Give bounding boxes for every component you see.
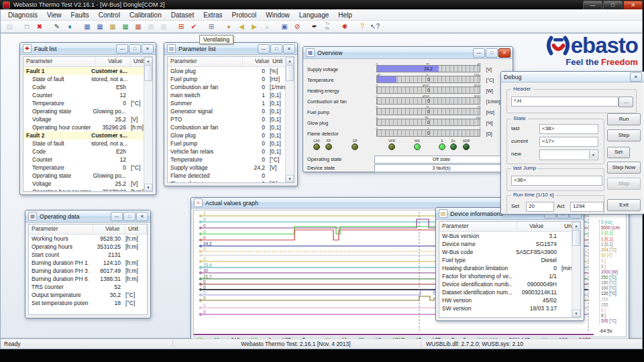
table-row[interactable]: Supply voltage24,2[V] xyxy=(168,164,294,172)
menu-diagnosis[interactable]: Diagnosis xyxy=(3,11,42,19)
column-header-value[interactable]: Value xyxy=(96,57,131,66)
menu-view[interactable]: View xyxy=(42,11,66,19)
table-row[interactable]: State of faultstored, not a... xyxy=(23,75,152,83)
debug-step-button[interactable]: Step xyxy=(607,129,641,141)
table-row[interactable]: Operating stateGlowing po... xyxy=(23,172,152,180)
maximize-button[interactable]: □ xyxy=(603,1,623,10)
menu-language[interactable]: Language xyxy=(294,11,334,19)
table-row[interactable]: W-Bus code5A5CF85A3900 xyxy=(439,248,580,256)
table-row[interactable]: Operating hours35310:25[h:m] xyxy=(29,243,147,251)
table-row[interactable]: Burning duration PH 6...1386:31[h:m] xyxy=(29,275,147,283)
debug-run-button[interactable]: Run xyxy=(607,113,641,125)
minimize-button[interactable]: — xyxy=(473,48,485,58)
column-header-value[interactable]: Value xyxy=(243,57,270,66)
debug-bug-icon[interactable]: ✱ xyxy=(339,21,351,32)
table-row[interactable]: Working hours9528:30[h:m] xyxy=(29,235,147,243)
table-row[interactable]: CodeE5h xyxy=(23,83,152,91)
overview-titlebar[interactable]: ▦ Overview —□✕ xyxy=(303,47,513,59)
fault-list-titlebar[interactable]: ✚ Fault list —□✕ xyxy=(20,43,156,55)
maximize-button[interactable]: □ xyxy=(129,44,141,54)
debug-exit-button[interactable]: Exit xyxy=(607,199,641,211)
dye-icon[interactable]: ♦ xyxy=(64,21,76,32)
cascade-windows-icon[interactable]: ▣ xyxy=(278,21,290,32)
table-row[interactable]: Burning duration PH 1...124:10[h:m] xyxy=(29,259,147,267)
arrow-left-icon[interactable]: ◀ xyxy=(235,21,248,32)
table-row[interactable]: Fuel pump0[Hz] xyxy=(168,75,294,83)
table-row[interactable]: Operating hour counter35278:22[h:m] xyxy=(23,188,152,192)
dataset-table-icon[interactable]: ⊞ xyxy=(205,21,217,32)
scroll-down-icon[interactable]: ▼ xyxy=(572,310,580,317)
close-button[interactable]: ✕ xyxy=(623,1,643,10)
scroll-up-icon[interactable]: ▲ xyxy=(144,57,152,64)
column-header-parameter[interactable]: Parameter xyxy=(168,57,243,66)
close-button[interactable]: ✕ xyxy=(498,48,511,58)
menu-protocol[interactable]: Protocol xyxy=(227,11,262,19)
scroll-down-icon[interactable]: ▼ xyxy=(286,175,294,182)
scroll-up-icon[interactable]: ▲ xyxy=(286,57,294,64)
menu-dataset[interactable]: Dataset xyxy=(166,11,199,19)
menu-help[interactable]: Help xyxy=(333,11,357,19)
scrollbar[interactable]: ▲▼ xyxy=(144,57,152,191)
table-row[interactable]: Vehicle fan relais0[0,1] xyxy=(168,147,294,156)
column-header-parameter[interactable]: Parameter xyxy=(23,57,96,66)
table-row[interactable]: Fuel typeDiesel xyxy=(439,256,580,264)
scroll-up-icon[interactable]: ▲ xyxy=(572,222,580,229)
table-row[interactable]: Flame detector0[Ω] xyxy=(168,180,294,183)
minimize-button[interactable]: — xyxy=(116,44,128,54)
table-row[interactable]: Voltage25,2[V] xyxy=(23,115,152,123)
table-row[interactable]: HW version45/02 xyxy=(439,296,580,304)
pen-icon[interactable]: ✒ xyxy=(309,21,321,32)
add-view-icon[interactable]: ⊞ xyxy=(175,21,187,32)
table-row[interactable]: Flame detected0 xyxy=(168,172,294,180)
debug-step-now-button[interactable]: Step Now xyxy=(607,162,641,174)
table-row[interactable]: Device nameSG1574 xyxy=(439,240,580,248)
debug-stop-button[interactable]: Stop xyxy=(607,178,641,190)
context-help-icon[interactable]: ↖? xyxy=(369,21,381,32)
close-button[interactable]: ✕ xyxy=(136,212,148,221)
table-row[interactable]: Fault 2Customer s... xyxy=(23,131,152,139)
column-header-value[interactable]: Value xyxy=(517,222,561,231)
menu-control[interactable]: Control xyxy=(94,11,125,19)
table-row[interactable]: Output temperature30,2[°C] xyxy=(29,291,147,299)
check-icon[interactable]: ✔ xyxy=(188,21,200,32)
menu-faults[interactable]: Faults xyxy=(66,11,93,19)
table-row[interactable]: CodeE2h xyxy=(23,147,152,156)
combo-dropdown-icon[interactable]: ▼ xyxy=(589,151,597,159)
window-parameter-icon[interactable]: ▦ xyxy=(94,21,106,32)
menu-calibration[interactable]: Calibration xyxy=(125,11,166,19)
table-row[interactable]: Counter12 xyxy=(23,156,152,164)
table-row[interactable]: Dataset identification num...09003214K11 xyxy=(439,288,580,296)
column-header-parameter[interactable]: Parameter xyxy=(29,225,93,234)
table-row[interactable]: Voltage25,2[V] xyxy=(23,180,152,188)
scroll-thumb[interactable] xyxy=(144,65,152,81)
table-row[interactable]: Start count2131 xyxy=(29,251,147,259)
debug-header-field[interactable]: *.H xyxy=(511,97,619,107)
minimize-button[interactable]: — xyxy=(111,212,123,221)
table-row[interactable]: TRS counter52 xyxy=(29,283,147,291)
column-header-parameter[interactable]: Parameter xyxy=(439,222,517,231)
scroll-thumb[interactable] xyxy=(286,65,294,81)
debug-runtime-set-field[interactable]: 20 xyxy=(526,202,554,212)
debug-new-combobox[interactable]: ▼ xyxy=(539,149,598,160)
table-row[interactable]: Temperature0[°C] xyxy=(23,99,152,107)
table-row[interactable]: Glow plug0[%] xyxy=(168,67,294,75)
ink-icon[interactable]: ✎ xyxy=(51,21,63,32)
table-row[interactable]: Temperature0[°C] xyxy=(23,164,152,172)
maximize-button[interactable]: □ xyxy=(123,212,136,221)
minimize-button[interactable]: — xyxy=(583,1,602,10)
scroll-thumb[interactable] xyxy=(572,230,580,246)
debug-browse-button[interactable]: ... xyxy=(619,97,633,107)
close-button[interactable]: ✕ xyxy=(142,44,154,54)
table-row[interactable]: W-Bus version3.1 xyxy=(439,232,580,240)
window-operating-icon[interactable]: ▦ xyxy=(132,21,144,32)
table-row[interactable]: Device identification numb...09000049H xyxy=(439,280,580,288)
scrollbar[interactable]: ▲▼ xyxy=(572,222,580,317)
table-row[interactable]: Operating hour counter35296:26[h:m] xyxy=(23,123,152,131)
column-header-unit[interactable]: Unit xyxy=(125,225,147,234)
table-row[interactable]: Combustion air fan0[0,1] xyxy=(168,123,294,131)
table-row[interactable]: Factor for shortening of ve...1/1 xyxy=(439,272,580,280)
fault-clear-icon[interactable]: ✖ xyxy=(34,21,46,32)
debug-titlebar[interactable]: Debug ✕ xyxy=(501,72,644,82)
window-overview-icon[interactable]: ▦ xyxy=(107,21,119,32)
table-row[interactable]: Combustion air fan0[1/min] xyxy=(168,83,294,91)
